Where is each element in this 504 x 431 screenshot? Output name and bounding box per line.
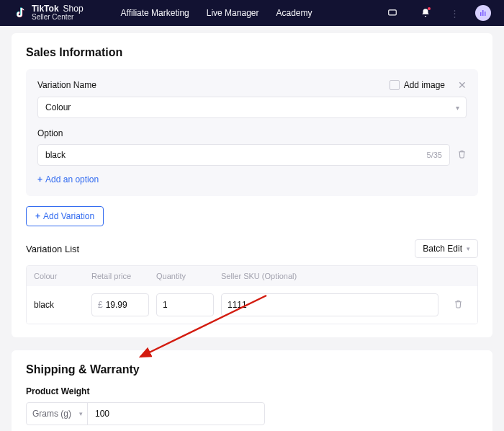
delete-row-icon[interactable]	[454, 299, 463, 311]
batch-edit-button[interactable]: Batch Edit ▾	[415, 239, 478, 258]
col-qty: Quantity	[156, 272, 221, 280]
header-nav: Affiliate Marketing Live Manager Academy	[121, 8, 312, 18]
sales-title: Sales Information	[26, 46, 478, 59]
variation-name-label: Variation Name	[37, 80, 96, 90]
add-variation-label: Add Variation	[43, 211, 94, 221]
plus-icon: +	[35, 211, 40, 221]
add-option-link[interactable]: + Add an option	[37, 174, 99, 185]
variation-name-value: Colour	[45, 102, 71, 112]
row-qty-value: 1	[163, 300, 168, 310]
weight-unit-select[interactable]: Grams (g) ▾	[27, 403, 88, 425]
app-header: TikTok Shop Seller Center Affiliate Mark…	[0, 0, 504, 26]
shipping-card: Shipping & Warranty Product Weight Grams…	[12, 350, 492, 431]
nav-affiliate[interactable]: Affiliate Marketing	[121, 8, 189, 18]
notification-dot-icon	[428, 7, 431, 10]
add-option-label: Add an option	[45, 174, 99, 185]
table-header: Colour Retail price Quantity Seller SKU …	[27, 266, 477, 286]
variation-panel: Variation Name Add image ✕ Colour ▾ Opti…	[26, 69, 478, 196]
row-price-value: 19.99	[106, 300, 127, 310]
option-charcount: 5/35	[427, 151, 442, 159]
add-image-label: Add image	[404, 80, 445, 90]
brand-sub: Seller Center	[32, 14, 84, 22]
chevron-down-icon: ▾	[456, 104, 459, 112]
add-image-checkbox[interactable]	[390, 80, 400, 90]
table-row: black £ 19.99 1 1111	[27, 286, 477, 324]
nav-live-manager[interactable]: Live Manager	[207, 8, 259, 18]
weight-label: Product Weight	[26, 386, 478, 396]
chevron-down-icon: ▾	[79, 410, 83, 417]
row-price-input[interactable]: £ 19.99	[91, 293, 149, 316]
sales-card: Sales Information Variation Name Add ima…	[12, 33, 492, 337]
col-sku: Seller SKU (Optional)	[221, 272, 446, 280]
close-icon[interactable]: ✕	[458, 79, 467, 91]
weight-value: 100	[88, 409, 117, 419]
option-value: black	[45, 150, 66, 160]
weight-unit: Grams (g)	[32, 409, 71, 419]
tiktok-logo-icon	[14, 6, 27, 19]
nav-academy[interactable]: Academy	[276, 8, 312, 18]
variation-list-label: Variation List	[26, 244, 79, 254]
brand: TikTok Shop Seller Center	[14, 4, 84, 21]
row-sku-input[interactable]: 1111	[221, 293, 438, 316]
variation-table: Colour Retail price Quantity Seller SKU …	[26, 265, 478, 324]
row-qty-input[interactable]: 1	[156, 293, 214, 316]
row-sku-value: 1111	[228, 300, 247, 310]
add-variation-button[interactable]: + Add Variation	[26, 206, 104, 226]
delete-option-icon[interactable]	[457, 149, 467, 161]
variation-name-row: Variation Name Add image ✕	[37, 79, 467, 91]
chevron-down-icon: ▾	[467, 245, 470, 252]
page-body: Sales Information Variation Name Add ima…	[0, 26, 504, 431]
currency-symbol: £	[98, 300, 103, 310]
batch-edit-label: Batch Edit	[423, 244, 462, 254]
col-price: Retail price	[91, 272, 156, 280]
header-divider: ⋮	[450, 8, 459, 19]
variation-name-select[interactable]: Colour ▾	[37, 97, 467, 118]
chat-icon[interactable]	[384, 4, 401, 22]
bell-icon[interactable]	[417, 4, 434, 22]
user-avatar[interactable]	[475, 5, 491, 21]
option-label: Option	[37, 128, 467, 138]
col-colour: Colour	[34, 272, 91, 280]
plus-icon: +	[37, 174, 42, 185]
weight-input[interactable]: Grams (g) ▾ 100	[26, 402, 265, 425]
option-input[interactable]: black 5/35	[37, 144, 450, 166]
shipping-title: Shipping & Warranty	[26, 363, 478, 376]
row-colour: black	[34, 300, 91, 310]
